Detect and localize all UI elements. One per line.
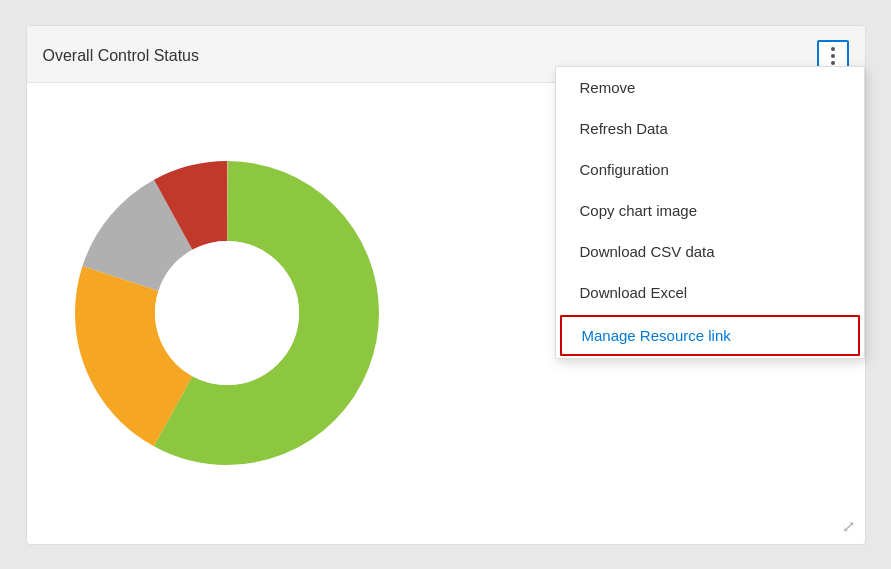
overall-control-status-card: Overall Control Status Remove Refresh Da… <box>26 25 866 545</box>
menu-item-copy-chart[interactable]: Copy chart image <box>556 190 864 231</box>
dots-icon <box>831 47 835 65</box>
menu-item-download-excel[interactable]: Download Excel <box>556 272 864 313</box>
card-header: Overall Control Status Remove Refresh Da… <box>27 26 865 83</box>
menu-item-download-csv[interactable]: Download CSV data <box>556 231 864 272</box>
menu-item-refresh[interactable]: Refresh Data <box>556 108 864 149</box>
menu-item-manage-resource[interactable]: Manage Resource link <box>560 315 860 356</box>
donut-hole <box>155 241 299 385</box>
menu-item-configuration[interactable]: Configuration <box>556 149 864 190</box>
context-menu: Remove Refresh Data Configuration Copy c… <box>555 66 865 359</box>
donut-chart <box>67 153 387 473</box>
resize-icon: ⤢ <box>842 517 855 536</box>
donut-svg <box>67 153 387 473</box>
card-title: Overall Control Status <box>43 47 200 65</box>
menu-item-remove[interactable]: Remove <box>556 67 864 108</box>
